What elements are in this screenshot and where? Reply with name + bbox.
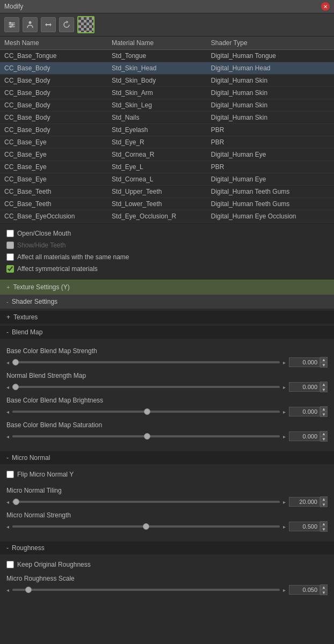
table-row[interactable]: CC_Base_BodyStd_EyelashPBR (0, 124, 334, 136)
open-close-mouth-row: Open/Close Mouth (6, 228, 328, 239)
slider-micro-normal-strength[interactable] (12, 525, 280, 528)
col-shader-type: Shader Type (207, 36, 334, 50)
value-input-micro-normal-tiling[interactable] (289, 497, 320, 507)
show-hide-teeth-checkbox[interactable] (6, 241, 14, 249)
blend-map-toggle: - (6, 328, 9, 336)
slider-micro-normal-tiling[interactable] (12, 501, 280, 503)
spinner-up-normal-map-blend-strength[interactable]: ▲ (320, 382, 328, 387)
toolbar-arrows-button[interactable] (41, 17, 56, 32)
textures-toggle: + (6, 313, 10, 321)
value-input-micro-normal-strength[interactable] (289, 522, 320, 531)
table-row[interactable]: CC_Base_BodyStd_Skin_BodyDigital_Human S… (0, 75, 334, 87)
svg-point-3 (9, 22, 11, 24)
close-button[interactable]: ✕ (321, 2, 330, 11)
slider-right-arrow-base-color-blend-brightness: ▸ (283, 409, 286, 415)
spinner-up-micro-roughness-scale[interactable]: ▲ (320, 584, 328, 590)
affect-symmetrical-row: Affect symmetrical materials (6, 263, 328, 275)
spinner-up-micro-normal-strength[interactable]: ▲ (320, 521, 328, 526)
options-section: Open/Close Mouth Show/Hide Teeth Affect … (0, 223, 334, 280)
shader-settings-toggle: - (6, 298, 9, 305)
open-close-mouth-checkbox[interactable] (6, 230, 14, 237)
slider-left-arrow-base-color-blend-strength: ◂ (6, 360, 9, 365)
param-label-micro-normal-strength: Micro Normal Strength (6, 511, 328, 519)
table-row[interactable]: CC_Base_TongueStd_TongueDigital_Human To… (0, 50, 334, 62)
flip-micro-normal-checkbox[interactable] (6, 471, 14, 478)
table-row[interactable]: CC_Base_BodyStd_NailsDigital_Human Skin (0, 112, 334, 124)
spinner-down-micro-normal-tiling[interactable]: ▼ (320, 502, 328, 507)
value-input-base-color-blend-saturation[interactable] (289, 431, 320, 441)
affect-symmetrical-checkbox[interactable] (6, 265, 14, 273)
slider-base-color-blend-brightness[interactable] (12, 411, 280, 413)
slider-base-color-blend-strength[interactable] (12, 361, 280, 363)
param-micro-normal-strength: Micro Normal Strength◂▸▲▼ (6, 511, 328, 532)
spinner-down-normal-map-blend-strength[interactable]: ▼ (320, 387, 328, 392)
table-row[interactable]: CC_Base_TeethStd_Upper_TeethDigital_Huma… (0, 186, 334, 198)
spinner-up-base-color-blend-strength[interactable]: ▲ (320, 357, 328, 362)
toolbar-cycle-button[interactable] (59, 17, 74, 32)
slider-right-arrow-base-color-blend-strength: ▸ (283, 360, 286, 365)
keep-original-roughness-checkbox[interactable] (6, 561, 14, 568)
roughness-subsection: - Roughness Keep Original Roughness Micr… (0, 541, 334, 603)
slider-right-arrow-micro-normal-tiling: ▸ (283, 499, 286, 505)
param-label-micro-normal-tiling: Micro Normal Tiling (6, 487, 328, 494)
slider-base-color-blend-saturation[interactable] (12, 435, 280, 437)
spinner-up-base-color-blend-brightness[interactable]: ▲ (320, 406, 328, 412)
slider-micro-roughness-scale[interactable] (12, 589, 280, 591)
param-label-micro-roughness-scale: Micro Roughness Scale (6, 575, 328, 582)
affect-all-materials-label: Affect all materials with the same name (17, 253, 129, 261)
spinner-down-micro-roughness-scale[interactable]: ▼ (320, 590, 328, 595)
table-row[interactable]: CC_Base_BodyStd_Skin_LegDigital_Human Sk… (0, 99, 334, 112)
micro-normal-header[interactable]: - Micro Normal (0, 451, 334, 464)
table-row[interactable]: CC_Base_EyeStd_Eye_RPBR (0, 136, 334, 149)
shader-settings-header[interactable]: - Shader Settings (0, 294, 334, 309)
table-row[interactable]: CC_Base_TeethStd_Lower_TeethDigital_Huma… (0, 198, 334, 210)
texture-settings-label: Texture Settings (Y) (13, 283, 69, 291)
toolbar-person-button[interactable] (23, 17, 38, 32)
param-base-color-blend-brightness: Base Color Blend Map Brightness◂▸▲▼ (6, 397, 328, 417)
texture-settings-header[interactable]: + Texture Settings (Y) (0, 280, 334, 294)
slider-right-arrow-micro-normal-strength: ▸ (283, 524, 286, 530)
spinner-down-base-color-blend-strength[interactable]: ▼ (320, 362, 328, 368)
flip-micro-normal-row: Flip Micro Normal Y (6, 469, 328, 482)
roughness-content: Keep Original Roughness Micro Roughness … (0, 554, 334, 603)
slider-left-arrow-base-color-blend-saturation: ◂ (6, 434, 9, 440)
slider-left-arrow-base-color-blend-brightness: ◂ (6, 409, 9, 415)
spinner-down-base-color-blend-saturation[interactable]: ▼ (320, 436, 328, 442)
textures-header[interactable]: + Textures (0, 311, 334, 324)
value-input-base-color-blend-brightness[interactable] (289, 407, 320, 416)
blend-map-subsection: - Blend Map Base Color Blend Map Strengt… (0, 326, 334, 449)
table-row[interactable]: CC_Base_BodyStd_Skin_HeadDigital_Human H… (0, 62, 334, 75)
toolbar-checker-button[interactable] (77, 16, 95, 33)
slider-left-arrow-normal-map-blend-strength: ◂ (6, 384, 9, 390)
roughness-toggle: - (6, 544, 9, 552)
table-row[interactable]: CC_Base_EyeStd_Eye_LPBR (0, 161, 334, 173)
value-input-base-color-blend-strength[interactable] (289, 357, 320, 367)
slider-left-arrow-micro-normal-tiling: ◂ (6, 499, 9, 505)
param-label-normal-map-blend-strength: Normal Blend Strength Map (6, 372, 328, 379)
blend-map-content: Base Color Blend Map Strength◂▸▲▼Normal … (0, 339, 334, 449)
toolbar-sliders-button[interactable] (4, 17, 19, 32)
slider-normal-map-blend-strength[interactable] (12, 386, 280, 388)
keep-original-roughness-row: Keep Original Roughness (6, 559, 328, 570)
roughness-header[interactable]: - Roughness (0, 541, 334, 554)
param-base-color-blend-strength: Base Color Blend Map Strength◂▸▲▼ (6, 347, 328, 368)
spinner-down-micro-normal-strength[interactable]: ▼ (320, 526, 328, 532)
table-row[interactable]: CC_Base_EyeStd_Cornea_RDigital_Human Eye (0, 149, 334, 161)
param-label-base-color-blend-saturation: Base Color Blend Map Saturation (6, 421, 328, 429)
blend-map-header[interactable]: - Blend Map (0, 326, 334, 339)
title-bar: Modify ✕ (0, 0, 334, 13)
table-row[interactable]: CC_Base_EyeOcclusionStd_Eye_Occlusion_RD… (0, 210, 334, 223)
table-row[interactable]: CC_Base_BodyStd_Skin_ArmDigital_Human Sk… (0, 87, 334, 99)
param-base-color-blend-saturation: Base Color Blend Map Saturation◂▸▲▼ (6, 421, 328, 442)
param-label-base-color-blend-brightness: Base Color Blend Map Brightness (6, 397, 328, 404)
roughness-label: Roughness (12, 544, 45, 552)
value-input-normal-map-blend-strength[interactable] (289, 382, 320, 392)
table-row[interactable]: CC_Base_EyeStd_Cornea_LDigital_Human Eye (0, 173, 334, 186)
slider-left-arrow-micro-normal-strength: ◂ (6, 524, 9, 530)
toolbar (0, 13, 334, 36)
spinner-up-base-color-blend-saturation[interactable]: ▲ (320, 431, 328, 436)
spinner-down-base-color-blend-brightness[interactable]: ▼ (320, 412, 328, 417)
value-input-micro-roughness-scale[interactable] (289, 585, 320, 595)
spinner-up-micro-normal-tiling[interactable]: ▲ (320, 496, 328, 502)
affect-all-materials-checkbox[interactable] (6, 253, 14, 261)
